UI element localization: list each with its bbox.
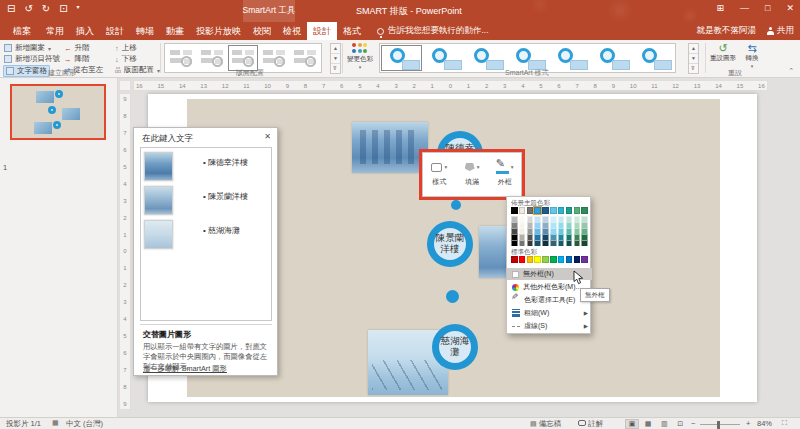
text-pane-toggle-button[interactable]: 文字窗格 — [3, 65, 50, 77]
theme-color-swatch-4[interactable] — [542, 207, 549, 214]
tab-4[interactable]: 動畫 — [160, 22, 190, 40]
tab-2[interactable]: 設計 — [100, 22, 130, 40]
slide-thumbnail[interactable] — [10, 84, 106, 140]
zoom-slider-thumb[interactable] — [717, 421, 720, 429]
shade-swatch[interactable] — [511, 240, 518, 246]
shade-swatch[interactable] — [550, 240, 557, 246]
reset-graphic-button[interactable]: ↺ 重設圖形 — [708, 43, 738, 63]
save-icon[interactable]: ⊟ — [7, 3, 15, 14]
smartart-circle-2[interactable]: 陳景蘭洋樓 — [427, 221, 473, 267]
demote-button[interactable]: →降階 — [64, 54, 90, 64]
theme-color-swatch-5[interactable] — [550, 207, 557, 214]
shade-swatch[interactable] — [542, 240, 549, 246]
fit-to-window-icon[interactable]: ⛶ — [782, 419, 787, 427]
language-indicator[interactable]: 中文 (台灣) — [66, 419, 103, 429]
shade-swatch[interactable] — [519, 240, 526, 246]
standard-color-swatch-3[interactable] — [534, 256, 541, 263]
style-thumbnail-4[interactable] — [549, 45, 590, 71]
gallery-more-icon[interactable]: ⊽ — [689, 64, 698, 73]
shade-swatch[interactable] — [527, 240, 534, 246]
redo-icon[interactable]: ↻ — [42, 3, 50, 14]
style-thumbnail-5[interactable] — [591, 45, 632, 71]
move-down-button[interactable]: ↓下移 — [115, 54, 137, 64]
learn-more-link[interactable]: 進一步瞭解 SmartArt 圖形 — [143, 364, 227, 374]
theme-color-swatch-6[interactable] — [558, 207, 565, 214]
shade-swatch[interactable] — [566, 240, 573, 246]
undo-icon[interactable]: ↺ — [24, 3, 32, 14]
standard-color-swatch-4[interactable] — [542, 256, 549, 263]
theme-color-swatch-9[interactable] — [581, 207, 588, 214]
zoom-out-button[interactable]: − — [691, 419, 695, 428]
smartart-circle-3[interactable]: 慈湖海灘 — [432, 324, 478, 370]
promote-button[interactable]: ←升階 — [64, 43, 90, 53]
tell-me-box[interactable]: 告訴我您想要執行的動作... — [377, 22, 489, 40]
standard-color-swatch-5[interactable] — [550, 256, 557, 263]
text-pane-item-2[interactable]: • 慈湖海灘 — [141, 219, 271, 252]
standard-color-swatch-8[interactable] — [574, 256, 581, 263]
gallery-up-icon[interactable]: ▲ — [331, 44, 340, 54]
gallery-down-icon[interactable]: ▼ — [689, 54, 698, 64]
tab-1[interactable]: 插入 — [70, 22, 100, 40]
connector-dot-1[interactable] — [451, 200, 461, 210]
gallery-up-icon[interactable]: ▲ — [689, 44, 698, 54]
layout-thumbnail-0[interactable] — [166, 45, 196, 71]
theme-color-swatch-3[interactable] — [534, 207, 541, 214]
tab-5[interactable]: 投影片放映 — [190, 22, 247, 40]
slideshow-view-button[interactable]: ⊡ — [673, 420, 687, 428]
standard-color-swatch-0[interactable] — [511, 256, 518, 263]
dashes-menu-item[interactable]: 虛線(S) ▶ — [507, 320, 592, 332]
picture-building-1[interactable] — [352, 122, 428, 173]
weight-menu-item[interactable]: 粗細(W) ▶ — [507, 307, 592, 319]
shade-swatch[interactable] — [558, 240, 565, 246]
minimize-button[interactable]: — — [740, 3, 749, 13]
slideshow-icon[interactable]: ⊡ — [59, 3, 67, 14]
shade-swatch[interactable] — [581, 240, 588, 246]
contextual-tab-1[interactable]: 格式 — [337, 22, 367, 40]
move-up-button[interactable]: ↑上移 — [115, 43, 137, 53]
standard-color-swatch-7[interactable] — [566, 256, 573, 263]
notes-button[interactable]: ▤ 備忘稿 — [530, 419, 561, 429]
collapse-ribbon-icon[interactable]: ⌃ — [788, 67, 794, 75]
text-pane-item-0[interactable]: • 陳德幸洋樓 — [141, 151, 271, 184]
standard-color-swatch-6[interactable] — [558, 256, 565, 263]
gallery-down-icon[interactable]: ▼ — [331, 54, 340, 64]
zoom-in-button[interactable]: + — [746, 419, 750, 428]
layout-thumbnail-4[interactable] — [290, 45, 320, 71]
accessibility-icon[interactable]: ▦ — [52, 419, 59, 427]
comments-button[interactable]: 註解 — [578, 419, 603, 429]
style-thumbnail-0[interactable] — [381, 45, 422, 71]
maximize-button[interactable]: □ — [765, 3, 770, 13]
theme-color-swatch-2[interactable] — [527, 207, 534, 214]
change-colors-button[interactable]: 變更色彩 ▾ — [345, 43, 375, 70]
tab-0[interactable]: 常用 — [40, 22, 70, 40]
reading-view-button[interactable]: ▥ — [657, 420, 671, 428]
style-thumbnail-2[interactable] — [465, 45, 506, 71]
add-bullet-button[interactable]: 新增項目符號 — [4, 54, 60, 64]
connector-dot-2[interactable] — [446, 290, 459, 303]
theme-color-swatch-8[interactable] — [574, 207, 581, 214]
standard-color-swatch-9[interactable] — [581, 256, 588, 263]
theme-color-swatch-1[interactable] — [519, 207, 526, 214]
theme-color-swatch-7[interactable] — [566, 207, 573, 214]
zoom-level[interactable]: 84% — [757, 419, 772, 428]
account-name[interactable]: 就是教不落阿湯 — [697, 25, 757, 37]
add-shape-button[interactable]: 新增圖案▾ — [4, 43, 51, 53]
close-icon[interactable]: ✕ — [264, 132, 271, 141]
close-button[interactable]: ✕ — [786, 3, 794, 13]
ribbon-display-options-icon[interactable]: ⊞ — [716, 3, 724, 13]
tab-7[interactable]: 檢視 — [277, 22, 307, 40]
layout-thumbnail-1[interactable] — [197, 45, 227, 71]
shade-swatch[interactable] — [534, 240, 541, 246]
standard-color-swatch-2[interactable] — [527, 256, 534, 263]
normal-view-button[interactable]: ▣ — [625, 419, 639, 429]
contextual-tab-0[interactable]: 設計 — [307, 22, 337, 40]
tab-3[interactable]: 轉場 — [130, 22, 160, 40]
text-pane-item-1[interactable]: • 陳景蘭洋樓 — [141, 185, 271, 218]
convert-button[interactable]: ⇆ 轉換 ▾ — [740, 43, 764, 69]
tab-6[interactable]: 校閱 — [247, 22, 277, 40]
zoom-slider-track[interactable] — [700, 424, 740, 425]
style-thumbnail-1[interactable] — [423, 45, 464, 71]
style-thumbnail-6[interactable] — [633, 45, 674, 71]
qat-customize-icon[interactable]: ▾ — [77, 3, 80, 14]
shade-swatch[interactable] — [574, 240, 581, 246]
